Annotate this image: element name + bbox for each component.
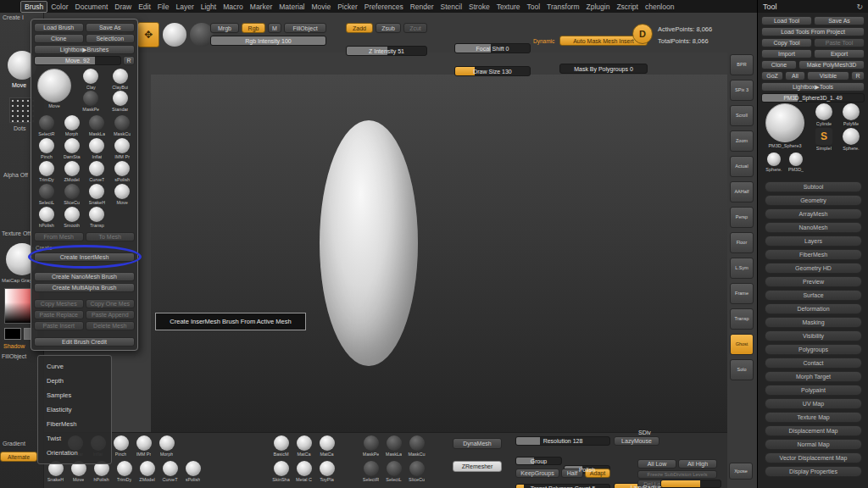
mask-brush-thumb[interactable]: SelectL	[382, 461, 405, 482]
menu-item[interactable]: Color	[47, 2, 71, 12]
menu-item[interactable]: Zplugin	[583, 2, 614, 12]
shelf-button[interactable]: L.Sym	[730, 258, 754, 279]
zadd-button[interactable]: Zadd	[346, 23, 373, 33]
tool-select-slider[interactable]: PM3D_Sphere3D_1. 49	[761, 93, 865, 103]
clone-tool-button[interactable]: Clone	[761, 60, 797, 69]
mrgb-button[interactable]: Mrgb	[210, 23, 239, 33]
tool-section[interactable]: Normal Map	[765, 439, 862, 450]
menu-item[interactable]: chenloon	[642, 2, 678, 12]
m-button[interactable]: M	[268, 23, 281, 33]
keepgroups-button[interactable]: KeepGroups	[515, 469, 559, 478]
brush-thumb[interactable]: MaskLa	[85, 115, 110, 136]
tool-section[interactable]: ArrayMesh	[765, 208, 862, 219]
tool-section[interactable]: Contact	[765, 358, 862, 369]
brush-thumb[interactable]: CurveT	[159, 461, 181, 482]
fillobject-label[interactable]: FillObject	[2, 353, 26, 359]
menu-item-brush[interactable]: Brush	[20, 1, 47, 13]
import-button[interactable]: Import	[761, 49, 812, 58]
load-tools-from-project-button[interactable]: Load Tools From Project	[761, 27, 865, 36]
sculpt-mesh[interactable]	[320, 120, 418, 366]
shelf-button[interactable]: AAHalf	[730, 181, 754, 202]
mask-brush-thumb[interactable]: MaskPe	[359, 435, 382, 457]
menu-item[interactable]: Marker	[247, 2, 275, 12]
menu-item[interactable]: Stencil	[437, 2, 466, 12]
menu-item[interactable]: File	[154, 2, 173, 12]
tool-section[interactable]: Displacement Map	[765, 425, 862, 436]
brush-thumb[interactable]: IMM Pr	[109, 138, 135, 159]
shelf-button[interactable]: Transp	[730, 308, 754, 330]
rgb-intensity-slider[interactable]: Rgb Intensity 100	[210, 36, 326, 46]
sdiv-slider[interactable]	[660, 480, 721, 488]
brush-thumb[interactable]: Clay	[76, 69, 106, 90]
brush-thumb[interactable]: Standar	[106, 91, 136, 112]
brush-thumb[interactable]: DamSta	[59, 138, 85, 159]
draw-brush-preview-icon[interactable]	[163, 23, 186, 47]
from-mesh-button[interactable]: From Mesh	[34, 232, 84, 241]
brush-thumb[interactable]: MaskCu	[109, 115, 135, 136]
menu-item[interactable]: Stroke	[465, 2, 493, 12]
brush-submenu-item[interactable]: Depth	[38, 374, 111, 388]
texture-label[interactable]: Texture Off	[2, 230, 31, 236]
copy-one-mesh-button[interactable]: Copy One Mes	[86, 299, 136, 308]
select-icon-button[interactable]: SelectIcon	[86, 34, 136, 43]
shelf-button[interactable]: SPix 3	[730, 80, 754, 101]
create-multialpha-button[interactable]: Create MultiAlpha Brush	[34, 283, 135, 292]
menu-item[interactable]: Material	[275, 2, 308, 12]
brush-thumb[interactable]: Morph	[155, 435, 178, 457]
goz-all-button[interactable]: All	[785, 71, 805, 80]
load-tool-button[interactable]: Load Tool	[761, 16, 812, 25]
shelf-button[interactable]: Floor	[730, 232, 754, 253]
brush-thumb[interactable]: Smooth	[59, 207, 85, 228]
paste-replace-button[interactable]: Paste Replace	[34, 310, 84, 319]
current-brush-thumb[interactable]: Move	[34, 69, 75, 112]
material-thumb[interactable]: MatCa	[315, 435, 338, 457]
draw-size-slider[interactable]: Draw Size 130	[454, 66, 531, 76]
brush-submenu-item[interactable]: FiberMesh	[38, 417, 111, 431]
lightbox-tools-button[interactable]: Lightbox▶Tools	[761, 82, 865, 92]
lazymouse-button[interactable]: LazyMouse	[614, 436, 659, 446]
mask-brush-thumb[interactable]: SelectR	[359, 461, 382, 482]
brush-thumb[interactable]: ClayBui	[106, 69, 136, 90]
brush-thumb[interactable]: hPolish	[34, 207, 59, 228]
paste-tool-button[interactable]: Paste Tool	[814, 38, 865, 47]
material-thumb[interactable]: SkinSha	[270, 461, 292, 482]
save-as-button[interactable]: Save As	[86, 23, 136, 32]
mask-brush-thumb[interactable]: SliceCu	[405, 461, 428, 482]
shadow-label[interactable]: Shadow	[3, 343, 25, 349]
tool-section[interactable]: Masking	[765, 317, 862, 328]
tool-section[interactable]: Display Properties	[765, 466, 862, 477]
tool-section[interactable]: Deformation	[765, 303, 862, 314]
tool-section[interactable]: NanoMesh	[765, 222, 862, 233]
tool-thumb[interactable]: S SimpleI	[810, 128, 837, 151]
tool-section[interactable]: Geometry	[765, 195, 862, 206]
dynamic-label[interactable]: Dynamic	[533, 38, 554, 44]
shelf-button[interactable]: Frame	[730, 283, 754, 304]
shelf-button[interactable]: BPR	[730, 54, 754, 75]
menu-item[interactable]: Picker	[334, 2, 361, 12]
brush-submenu-item[interactable]: Orientation	[38, 446, 111, 460]
tool-section[interactable]: Visibility	[765, 330, 862, 341]
tool-thumb[interactable]: Sphere.	[763, 152, 785, 172]
brush-submenu-item[interactable]: Elasticity	[38, 402, 111, 417]
mask-by-polygroups-slider[interactable]: Mask By Polygroups 0	[559, 64, 648, 74]
material-thumb[interactable]: Metal C	[292, 461, 315, 482]
brush-thumb[interactable]: SnakeH	[85, 184, 110, 205]
refresh-icon[interactable]: ↻	[856, 3, 863, 11]
tool-section[interactable]: FiberMesh	[765, 249, 862, 260]
brush-thumb[interactable]: TrimDy	[34, 161, 59, 182]
shelf-button[interactable]: Solo	[730, 359, 754, 380]
brush-thumb[interactable]: ZModel	[136, 461, 159, 482]
clone-button[interactable]: Clone	[34, 34, 84, 43]
to-mesh-button[interactable]: To Mesh	[86, 232, 136, 241]
zcut-button[interactable]: Zcut	[403, 23, 427, 33]
menu-item[interactable]: Layer	[172, 2, 197, 12]
fillobject-button[interactable]: FillObject	[284, 23, 326, 33]
dynamesh-button[interactable]: DynaMesh	[453, 438, 502, 449]
move-gizmo-icon[interactable]: ✥	[137, 22, 159, 47]
current-tool-thumb[interactable]: PM3D_Sphere3	[763, 103, 807, 148]
brush-thumb[interactable]: Morph	[59, 115, 85, 136]
menu-item[interactable]: Render	[407, 2, 437, 12]
brush-thumb[interactable]: Pinch	[34, 138, 59, 159]
xpose-button[interactable]: Xpose	[729, 463, 753, 480]
tool-section[interactable]: Vector Displacement Map	[765, 452, 862, 463]
